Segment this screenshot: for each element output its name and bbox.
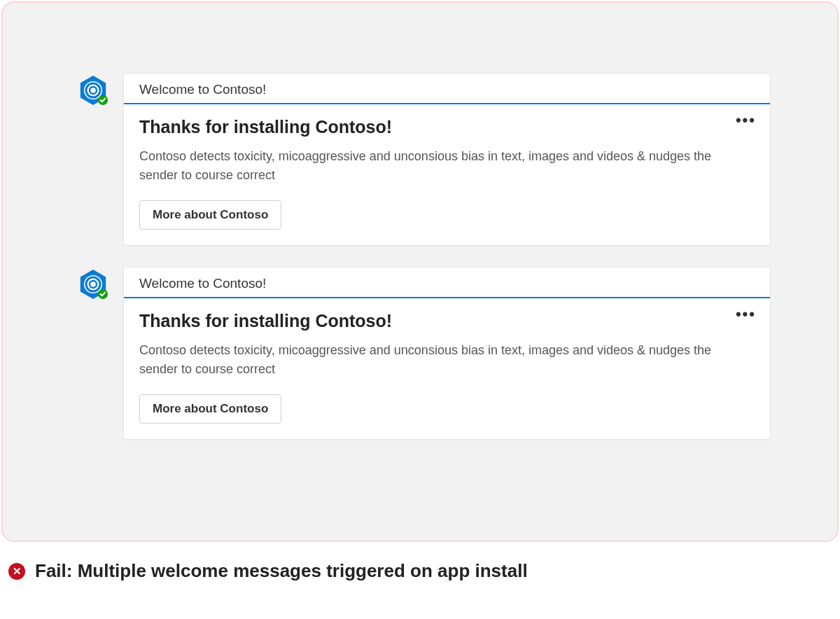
card-title: Thanks for installing Contoso! (139, 117, 755, 137)
example-frame: Welcome to Contoso! ••• Thanks for insta… (1, 1, 839, 542)
more-options-icon[interactable]: ••• (736, 113, 756, 128)
message-row: Welcome to Contoso! ••• Thanks for insta… (78, 267, 771, 440)
fail-icon: ✕ (8, 563, 25, 580)
fail-text: Fail: Multiple welcome messages triggere… (35, 560, 528, 582)
welcome-card: Welcome to Contoso! ••• Thanks for insta… (123, 73, 771, 246)
result-caption: ✕ Fail: Multiple welcome messages trigge… (0, 543, 840, 582)
more-about-button[interactable]: More about Contoso (139, 200, 281, 230)
card-header: Welcome to Contoso! (124, 74, 770, 104)
card-description: Contoso detects toxicity, micoaggressive… (139, 341, 720, 379)
welcome-card: Welcome to Contoso! ••• Thanks for insta… (123, 267, 771, 440)
bot-avatar (78, 270, 108, 299)
card-body: ••• Thanks for installing Contoso! Conto… (124, 104, 770, 245)
card-title: Thanks for installing Contoso! (139, 311, 755, 331)
card-header: Welcome to Contoso! (124, 267, 770, 298)
bot-avatar (78, 76, 108, 105)
card-body: ••• Thanks for installing Contoso! Conto… (124, 298, 770, 439)
card-description: Contoso detects toxicity, micoaggressive… (139, 147, 720, 185)
more-options-icon[interactable]: ••• (736, 307, 756, 322)
message-row: Welcome to Contoso! ••• Thanks for insta… (78, 73, 771, 246)
more-about-button[interactable]: More about Contoso (139, 394, 281, 424)
